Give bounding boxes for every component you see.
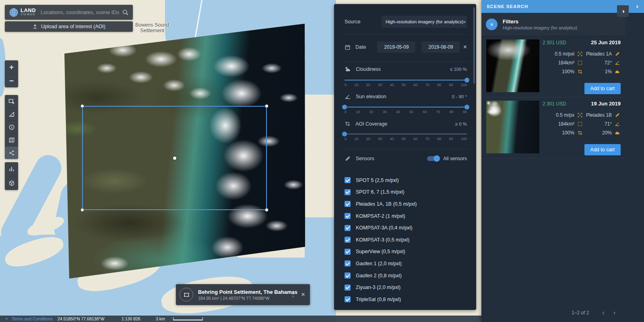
checkbox-checked-icon[interactable]: [345, 189, 351, 195]
slider-tick-label: 70: [436, 110, 440, 114]
aoi-coverage-ticks: 0102030405060708090100: [345, 137, 467, 141]
sensor-checkbox-row[interactable]: SuperView (0,5 m/pxl): [345, 246, 468, 258]
checkbox-checked-icon[interactable]: [345, 260, 351, 266]
aoi-coverage-value: ≥ 0 %: [455, 122, 467, 126]
info-button[interactable]: [5, 121, 18, 134]
aoi-handle-top-left[interactable]: [80, 104, 84, 108]
share-button[interactable]: [5, 147, 18, 159]
scene-thumbnail[interactable]: [486, 101, 539, 153]
cloudiness-header: Cloudiness ≤ 100 %: [345, 66, 467, 72]
landviewer-logo[interactable]: LAND VIEWER: [9, 8, 36, 17]
aoi-handle-bottom-left[interactable]: [80, 208, 84, 212]
zoom-out-button[interactable]: [5, 74, 18, 87]
sensor-checkbox-row[interactable]: Gaofen 2 (0,8 m/pxl): [345, 270, 468, 282]
checkbox-checked-icon[interactable]: [345, 285, 351, 291]
scene-result-item[interactable]: 2 301 USD 25 Jun 2019 0.5 m/pxl Pleiades…: [481, 36, 625, 97]
filters-panel: Source High-resolution imagery (for anal…: [334, 4, 476, 310]
satellite-icon: [615, 51, 621, 57]
source-select[interactable]: High-resolution imagery (for analytics): [382, 16, 467, 28]
checkbox-checked-icon[interactable]: [345, 237, 351, 243]
sensor-checkbox-row[interactable]: KOMPSAT-3A (0,4 m/pxl): [345, 222, 468, 234]
aoi-coverage-slider-handle[interactable]: [342, 132, 347, 136]
scene-thumbnail[interactable]: [486, 39, 539, 92]
slider-tick-label: 100: [461, 83, 467, 87]
aoi-coverage-slider[interactable]: [345, 134, 467, 134]
aoi-center-marker[interactable]: [173, 157, 176, 160]
expand-statusbar-icon[interactable]: [4, 318, 9, 320]
aoi-popup-title: Behring Point Settlement, The Bahamas: [198, 289, 286, 295]
clear-filters-button[interactable]: [486, 19, 497, 30]
sun-elevation-slider[interactable]: [345, 107, 467, 107]
map-scale-ratio: 1:130 826: [122, 316, 140, 321]
checkbox-checked-icon[interactable]: [345, 213, 351, 219]
aoi-popup-close-icon[interactable]: [300, 291, 310, 299]
aoi-handle-bottom-right[interactable]: [265, 208, 268, 212]
scene-result-item[interactable]: 2 301 USD 19 Jun 2019 0.5 m/px Pleiades …: [481, 97, 625, 159]
sun-elevation-header: Sun elevation 0 - 90 °: [345, 93, 467, 100]
checkbox-checked-icon[interactable]: [345, 177, 351, 183]
sensors-label: Sensors: [356, 156, 374, 161]
sensor-checkbox-row[interactable]: SPOT 6, 7 (1,5 m/pxl): [345, 186, 468, 198]
sensor-checkbox-row[interactable]: KOMPSAT-2 (1 m/pxl): [345, 210, 468, 222]
slider-tick-label: 0: [345, 110, 347, 114]
analytics-button[interactable]: [5, 162, 18, 176]
terms-link[interactable]: Terms and Conditions: [12, 316, 53, 321]
sun-elevation-min-handle[interactable]: [342, 105, 347, 109]
source-value: High-resolution imagery (for analytics): [386, 19, 464, 24]
aoi-popup-subtitle: 184.95 km² | 24.48707°N 77.74088°W: [198, 296, 286, 301]
search-icon[interactable]: [122, 9, 129, 16]
aoi-handle-top-right[interactable]: [265, 104, 268, 108]
satellite-icon: [615, 112, 621, 118]
next-page-icon[interactable]: [609, 309, 620, 316]
source-row: Source High-resolution imagery (for anal…: [345, 16, 467, 28]
cloudiness-slider[interactable]: [345, 80, 467, 80]
measure-button[interactable]: [5, 108, 18, 121]
sensor-label: Gaofen 2 (0,8 m/pxl): [356, 273, 402, 279]
satellite-icon: [345, 155, 351, 162]
slider-tick-label: 50: [402, 83, 406, 87]
all-sensors-toggle[interactable]: [427, 156, 439, 161]
prev-page-icon[interactable]: [598, 309, 609, 316]
scene-date: 19 Jun 2019: [591, 101, 621, 107]
scene-sun-elevation: 71°: [586, 121, 612, 127]
add-to-cart-button[interactable]: Add to cart: [584, 83, 621, 94]
sun-elevation-max-handle[interactable]: [464, 105, 469, 109]
sensor-checkbox-row[interactable]: Gaofen 1 (2,0 m/pxl): [345, 258, 468, 270]
filters-scrollbar[interactable]: [473, 7, 475, 84]
search-input[interactable]: [40, 9, 122, 16]
draw-aoi-button[interactable]: [5, 95, 18, 108]
aoi-popup-menu-icon[interactable]: [286, 291, 300, 298]
3d-view-button[interactable]: [5, 176, 18, 190]
checkbox-checked-icon[interactable]: [345, 225, 351, 231]
contrast-toggle-button[interactable]: [617, 5, 629, 17]
sun-angle-icon: [615, 60, 621, 66]
slider-tick-label: 60: [413, 83, 417, 87]
source-label: Source: [345, 19, 361, 25]
checkbox-checked-icon[interactable]: [345, 249, 351, 255]
sensor-checkbox-row[interactable]: SPOT 5 (2,5 m/pxl): [345, 174, 468, 186]
add-to-cart-button[interactable]: Add to cart: [584, 144, 621, 155]
sensor-label: Gaofen 1 (2,0 m/pxl): [356, 261, 402, 266]
collapse-panel-icon[interactable]: [636, 0, 638, 13]
slider-tick-label: 90: [449, 137, 453, 141]
date-to-input[interactable]: 2019-08-09: [421, 41, 460, 53]
checkbox-checked-icon[interactable]: [345, 272, 351, 279]
layers-button[interactable]: [5, 134, 18, 147]
cloudiness-slider-handle[interactable]: [464, 78, 469, 83]
upload-aoi-button[interactable]: Upload area of interest (AOI): [5, 21, 133, 32]
zoom-in-button[interactable]: [5, 60, 18, 74]
aoi-rectangle[interactable]: [82, 106, 267, 210]
slider-tick-label: 80: [437, 83, 441, 87]
sensor-checkbox-row[interactable]: Ziyuan-3 (2,0 m/pxl): [345, 281, 468, 293]
sensor-checkbox-row[interactable]: TripleSat (0,8 m/pxl): [345, 293, 468, 305]
resolution-icon: [577, 51, 583, 57]
date-from-input[interactable]: 2019-05-09: [377, 41, 415, 53]
sensor-checkbox-row[interactable]: KOMPSAT-3 (0,5 m/pxl): [345, 234, 468, 246]
sensor-checkbox-row[interactable]: Pleiades 1A, 1B (0,5 m/pxl): [345, 198, 468, 210]
calendar-icon: [345, 44, 351, 50]
sensor-label: Pleiades 1A, 1B (0,5 m/pxl): [356, 201, 417, 207]
checkbox-checked-icon[interactable]: [345, 201, 351, 207]
slider-tick-label: 100: [461, 137, 467, 141]
clear-dates-icon[interactable]: [463, 43, 467, 51]
checkbox-checked-icon[interactable]: [345, 296, 351, 302]
